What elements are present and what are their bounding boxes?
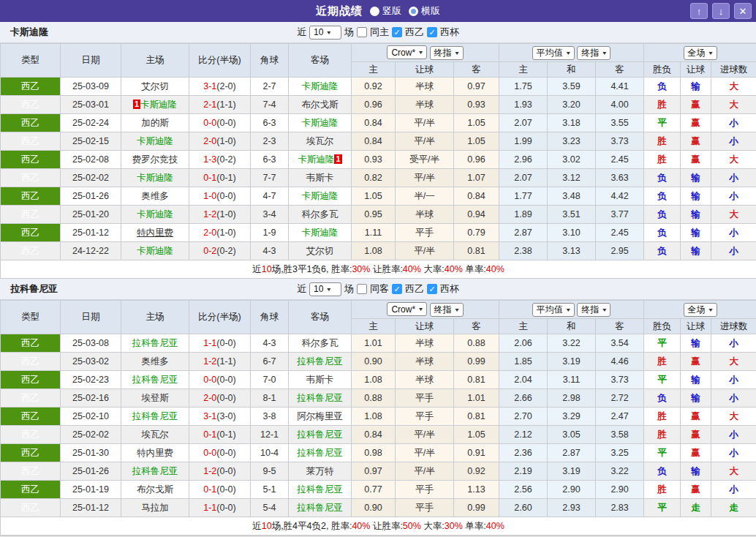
avg-away: 3.58 — [596, 426, 644, 444]
sub-header-让球: 让球 — [396, 319, 454, 334]
result-handicap: 走 — [681, 499, 711, 517]
odds-stage-select[interactable]: 终指▾ — [430, 303, 464, 317]
corner-cell: 2-3 — [251, 132, 289, 151]
summary-label: 让胜率: — [370, 264, 402, 274]
summary-label: 场,胜4平4负2, 胜率: — [272, 521, 352, 531]
col-header-日期: 日期 — [61, 44, 121, 78]
close-button[interactable]: ✕ — [734, 3, 752, 19]
match-count-select[interactable]: 10▾ — [309, 282, 341, 296]
home-team-name: 拉科鲁尼亚 — [132, 375, 178, 385]
match-row: 西乙25-01-19布尔戈斯0-1(0-0)5-1拉科鲁尼亚0.77平手1.13… — [1, 481, 756, 499]
odds-stage-select[interactable]: 终指▾ — [430, 46, 464, 60]
home-team-cell: 埃瓦尔 — [121, 426, 189, 444]
odds-away: 0.94 — [454, 206, 499, 224]
sub-header-客: 客 — [596, 319, 644, 334]
scope-select[interactable]: 全场▾ — [684, 303, 717, 317]
odds-away: 0.97 — [454, 78, 499, 96]
score-cell: 0-1(0-1) — [189, 169, 251, 187]
avg-stage-select[interactable]: 终指▾ — [577, 46, 611, 60]
odds-handicap: 平/半 — [396, 242, 454, 260]
scope-select[interactable]: 全场▾ — [684, 46, 717, 60]
away-team-cell: 拉科鲁尼亚 — [289, 389, 352, 408]
odds-away: 0.92 — [454, 462, 499, 481]
checkbox-同客[interactable] — [357, 284, 367, 294]
result-handicap: 输 — [681, 224, 711, 242]
home-team-cell: 拉科鲁尼亚 — [121, 408, 189, 426]
average-select[interactable]: 平均值▾ — [532, 46, 575, 60]
sub-header-和: 和 — [548, 319, 596, 334]
radio-horizontal-layout[interactable]: 横版 — [409, 4, 440, 18]
panel-title: 近期战绩 — [316, 4, 363, 18]
fulltime-score: 1-2 — [203, 209, 216, 219]
odds-handicap: 半球 — [396, 371, 454, 389]
home-team-name: 布尔戈斯 — [137, 484, 173, 495]
league-badge: 西乙 — [1, 151, 61, 169]
checkbox-西乙[interactable]: ✓ — [392, 284, 402, 294]
bookmaker-select[interactable]: Crow*▾ — [387, 45, 427, 59]
odds-handicap: 受平/半 — [396, 151, 454, 169]
league-badge: 西乙 — [1, 353, 61, 371]
avg-draw: 2.98 — [548, 389, 596, 408]
checkbox-西杯[interactable]: ✓ — [427, 284, 437, 294]
date-cell: 25-02-16 — [61, 389, 121, 408]
summary-text: 近10场,胜3平1负6, 胜率:30% 让胜率:40% 大率:40% 单率:40… — [1, 260, 756, 279]
date-cell: 25-03-02 — [61, 353, 121, 371]
avg-away: 2.47 — [596, 408, 644, 426]
avg-home: 1.85 — [499, 353, 548, 371]
away-team-cell: 科尔多瓦 — [289, 334, 352, 353]
match-row: 西乙25-03-09艾尔切3-1(2-0)2-7卡斯迪隆0.92半球0.971.… — [1, 78, 756, 96]
result-goals: 小 — [711, 444, 756, 462]
odds-away: 0.81 — [454, 408, 499, 426]
away-team-name: 拉科鲁尼亚 — [297, 448, 343, 458]
avg-stage-select[interactable]: 终指▾ — [577, 303, 611, 317]
result-handicap: 输 — [681, 242, 711, 260]
checkbox-西乙[interactable]: ✓ — [392, 27, 402, 37]
avg-home: 1.99 — [499, 132, 548, 151]
move-down-button[interactable]: ↓ — [712, 3, 730, 19]
col-header-角球: 角球 — [251, 44, 289, 78]
bookmaker-select[interactable]: Crow*▾ — [387, 302, 427, 316]
result-outcome: 负 — [644, 389, 681, 408]
avg-draw: 3.12 — [548, 169, 596, 187]
home-team-cell: 马拉加 — [121, 499, 189, 517]
avg-home: 2.60 — [499, 499, 548, 517]
halftime-score: (1-1) — [216, 99, 235, 110]
match-row: 西乙25-01-26奥维多1-0(0-0)4-7卡斯迪隆1.05半/一0.841… — [1, 187, 756, 206]
checkbox-同主[interactable] — [357, 27, 367, 37]
corner-cell: 3-4 — [251, 206, 289, 224]
date-cell: 25-02-08 — [61, 151, 121, 169]
avg-draw: 3.20 — [548, 96, 596, 114]
home-team-cell: 拉科鲁尼亚 — [121, 334, 189, 353]
away-team-name: 艾尔切 — [306, 246, 334, 256]
odds-away: 1.07 — [454, 169, 499, 187]
result-handicap: 输 — [681, 169, 711, 187]
average-select[interactable]: 平均值▾ — [532, 303, 575, 317]
radio-vertical-layout[interactable]: 竖版 — [370, 4, 401, 18]
chevron-down-icon: ▾ — [709, 307, 713, 313]
result-outcome: 胜 — [644, 408, 681, 426]
result-goals: 小 — [711, 132, 756, 151]
match-row: 西乙25-02-02卡斯迪隆0-1(0-1)7-7韦斯卡0.82平/半1.072… — [1, 169, 756, 187]
summary-label: 场,胜3平1负6, 胜率: — [272, 264, 352, 274]
avg-home: 1.93 — [499, 96, 548, 114]
result-handicap: 赢 — [681, 132, 711, 151]
match-count-select[interactable]: 10▾ — [309, 26, 341, 40]
result-goals: 小 — [711, 114, 756, 132]
avg-home: 1.75 — [499, 78, 548, 96]
avg-draw: 2.90 — [548, 481, 596, 499]
away-team-cell: 拉科鲁尼亚 — [289, 444, 352, 462]
odds-home: 0.90 — [352, 353, 396, 371]
odds-home: 0.90 — [352, 499, 396, 517]
bookmaker-select-value: Crow* — [391, 48, 415, 58]
corner-cell: 3-8 — [251, 408, 289, 426]
fulltime-score: 2-0 — [203, 136, 216, 146]
avg-draw: 2.87 — [548, 444, 596, 462]
checkbox-西杯[interactable]: ✓ — [427, 27, 437, 37]
match-filter: 近10▾场同主✓西乙✓西杯 — [297, 26, 459, 40]
move-up-button[interactable]: ↑ — [690, 3, 708, 19]
away-team-name: 卡斯迪隆 — [302, 228, 339, 238]
result-handicap: 赢 — [681, 481, 711, 499]
date-cell: 25-02-24 — [61, 114, 121, 132]
home-team-cell: 卡斯迪隆 — [121, 169, 189, 187]
away-team-name: 拉科鲁尼亚 — [297, 503, 343, 513]
